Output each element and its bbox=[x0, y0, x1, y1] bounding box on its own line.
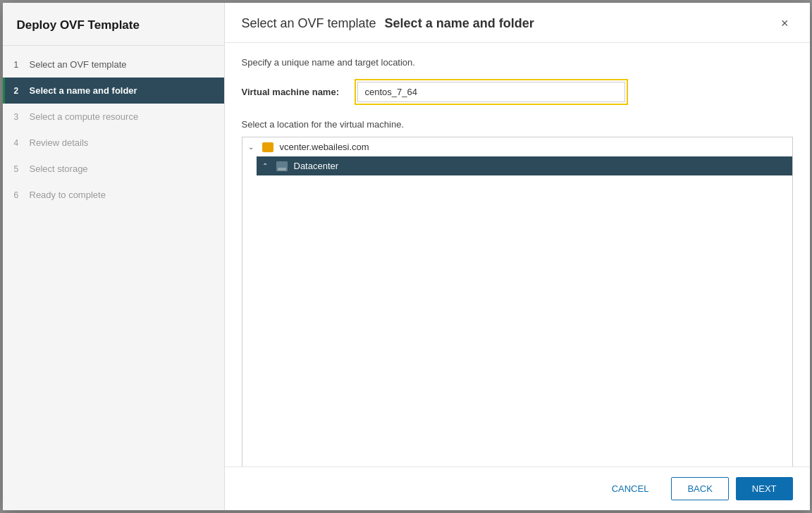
dialog-title-prefix: Select an OVF template bbox=[242, 16, 376, 31]
vcenter-chevron-icon: ⌄ bbox=[248, 143, 259, 151]
step-5-number: 5 bbox=[14, 164, 24, 174]
dialog-overlay: Deploy OVF Template 1 Select an OVF temp… bbox=[0, 0, 812, 513]
vm-name-input-wrapper bbox=[355, 79, 628, 105]
cancel-button[interactable]: CANCEL bbox=[596, 478, 665, 500]
step-1-number: 1 bbox=[14, 60, 24, 70]
close-button[interactable]: × bbox=[777, 16, 793, 31]
tree-container[interactable]: ⌄ vcenter.webailesi.com ⌃ Datac bbox=[242, 137, 793, 466]
sidebar-item-name-folder: 2 Select a name and folder bbox=[3, 78, 224, 104]
vcenter-label: vcenter.webailesi.com bbox=[280, 142, 369, 152]
step-3-number: 3 bbox=[14, 112, 24, 122]
back-button[interactable]: BACK bbox=[671, 477, 728, 500]
next-button[interactable]: NEXT bbox=[736, 477, 793, 500]
sidebar-item-compute: 3 Select a compute resource bbox=[3, 104, 224, 130]
sidebar-item-review: 4 Review details bbox=[3, 130, 224, 156]
step-3-label: Select a compute resource bbox=[30, 111, 139, 122]
tree-root: ⌄ vcenter.webailesi.com ⌃ Datac bbox=[242, 137, 792, 175]
step-6-label: Ready to complete bbox=[30, 190, 106, 200]
vcenter-icon bbox=[262, 142, 273, 152]
step-4-label: Review details bbox=[30, 137, 89, 148]
tree-item-datacenter[interactable]: ⌃ Datacenter bbox=[257, 156, 792, 175]
dialog-header: Select an OVF template Select a name and… bbox=[225, 3, 810, 43]
step-5-label: Select storage bbox=[30, 163, 88, 174]
step-1-label: Select an OVF template bbox=[30, 59, 127, 70]
vm-name-label: Virtual machine name: bbox=[242, 87, 355, 97]
sidebar-item-storage: 5 Select storage bbox=[3, 156, 224, 182]
subtitle: Specify a unique name and target locatio… bbox=[242, 57, 793, 68]
datacenter-chevron-icon: ⌃ bbox=[262, 162, 273, 170]
sidebar-item-select-ovf: 1 Select an OVF template bbox=[3, 51, 224, 78]
step-6-number: 6 bbox=[14, 190, 24, 200]
dialog: Deploy OVF Template 1 Select an OVF temp… bbox=[3, 3, 810, 510]
sidebar-steps: 1 Select an OVF template 2 Select a name… bbox=[3, 46, 224, 208]
dialog-footer: CANCEL BACK NEXT bbox=[225, 466, 810, 510]
datacenter-icon bbox=[276, 161, 288, 171]
sidebar-title: Deploy OVF Template bbox=[3, 3, 224, 46]
location-label: Select a location for the virtual machin… bbox=[242, 119, 793, 130]
tree-children: ⌃ Datacenter bbox=[242, 156, 792, 175]
tree-item-vcenter[interactable]: ⌄ vcenter.webailesi.com bbox=[242, 137, 792, 156]
sidebar: Deploy OVF Template 1 Select an OVF temp… bbox=[3, 3, 225, 510]
step-2-label: Select a name and folder bbox=[30, 85, 137, 96]
step-4-number: 4 bbox=[14, 138, 24, 148]
datacenter-label: Datacenter bbox=[294, 161, 339, 171]
sidebar-item-ready: 6 Ready to complete bbox=[3, 182, 224, 208]
dialog-header-titles: Select an OVF template Select a name and… bbox=[242, 16, 534, 31]
step-2-number: 2 bbox=[14, 86, 24, 96]
dialog-title-current: Select a name and folder bbox=[385, 16, 534, 31]
content-area: Specify a unique name and target locatio… bbox=[225, 43, 810, 466]
vm-name-input[interactable] bbox=[357, 82, 625, 102]
vm-name-row: Virtual machine name: bbox=[242, 79, 793, 105]
main-content: Select an OVF template Select a name and… bbox=[225, 3, 810, 510]
